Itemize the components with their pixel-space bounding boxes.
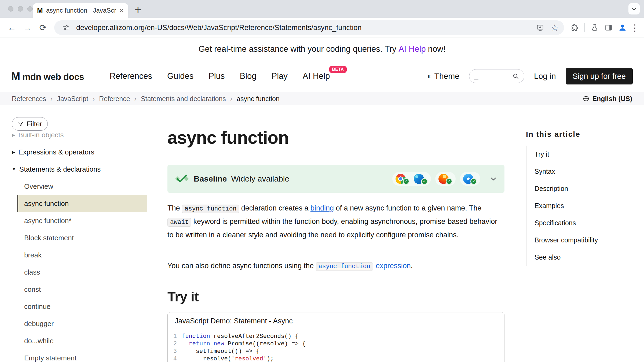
mdn-logo-text: mdn web docs [22,72,84,82]
new-tab-button[interactable]: + [135,4,141,16]
forward-button[interactable]: → [20,21,34,35]
language-label: English (US) [592,95,632,103]
baseline-expand-chevron[interactable] [489,175,497,183]
browser-group-chromium: ✓ ✓ [392,172,431,186]
sidebar-item-block-statement[interactable]: Block statement [17,229,147,246]
signup-button[interactable]: Sign up for free [566,68,633,84]
code-line: 2 return new Promise((resolve) => { [168,340,504,348]
theme-toggle[interactable]: ◐ Theme [427,72,459,81]
toc-item-specifications[interactable]: Specifications [535,214,644,231]
theme-icon: ◐ [427,72,431,80]
toc-item-see-also[interactable]: See also [535,249,644,266]
browser-tab[interactable]: M async function - JavaScript | × [33,3,128,18]
baseline-check-icon [174,174,189,184]
code-token: return [189,340,210,348]
toc-item-browser-compatibility[interactable]: Browser compatibility [535,231,644,249]
breadcrumb-reference[interactable]: Reference [99,95,130,103]
sidebar-item-async-function[interactable]: async function [17,195,147,212]
close-window-button[interactable] [8,6,13,12]
inline-code: await [167,218,191,227]
interactive-demo: JavaScript Demo: Statement - Async 1func… [167,312,504,362]
breadcrumb-javascript[interactable]: JavaScript [57,95,88,103]
code-token: Promise((resolve) => { [224,340,306,348]
tab-search-button[interactable] [628,3,640,14]
bookmark-star-icon[interactable]: ☆ [551,23,559,33]
breadcrumb-references[interactable]: References [12,95,46,103]
url-text[interactable]: developer.allizom.org/en-US/docs/Web/Jav… [76,24,530,32]
nav-plus[interactable]: Plus [208,71,225,81]
zoom-window-button[interactable] [27,6,33,12]
reload-button[interactable]: ⟳ [36,21,50,35]
tab-strip: M async function - JavaScript | × + [0,0,644,18]
labs-beaker-icon[interactable] [588,21,601,34]
sidebar-item-continue[interactable]: continue [17,298,147,315]
search-input[interactable]: _ [469,69,524,83]
tab-close-icon[interactable]: × [119,6,124,14]
sidebar-section-expressions[interactable]: ▶ Expressions & operators [12,143,150,161]
sidebar-item-built-in-objects[interactable]: ▶ Built-in objects [12,133,150,143]
sidebar-section-statements[interactable]: ▼ Statements & declarations [12,161,150,178]
binding-link[interactable]: binding [310,204,334,212]
paragraph-text: You can also define async functions usin… [167,262,316,270]
login-link[interactable]: Log in [534,72,556,81]
edge-support: ✓ [414,174,428,184]
tab-title: async function - JavaScript | [46,7,116,14]
site-info-icon[interactable] [60,21,72,34]
sidebar-item-const[interactable]: const [17,281,147,298]
extensions-icon[interactable] [568,21,581,34]
page-title: async function [167,127,504,148]
nav-guides[interactable]: Guides [167,71,193,81]
promo-ai-help-link[interactable]: AI Help [398,44,426,54]
sidebar-filter-button[interactable]: Filter [12,117,48,131]
search-icon [512,73,519,80]
language-picker[interactable]: English (US) [583,95,632,103]
browser-toolbar: ← → ⟳ developer.allizom.org/en-US/docs/W… [0,18,644,38]
sidebar-item-do-while[interactable]: do...while [17,332,147,349]
nav-blog[interactable]: Blog [240,71,256,81]
beta-badge: BETA [329,66,346,73]
check-icon: ✓ [470,178,477,185]
expression-paragraph: You can also define async functions usin… [167,260,504,273]
sidebar-item-async-function-star[interactable]: async function* [17,212,147,229]
code-token: 'resolved' [231,355,267,362]
browser-menu-icon[interactable]: ⋮ [630,23,639,33]
main-nav: References Guides Plus Blog Play AI Help… [109,71,330,81]
expression-link[interactable]: expression [376,262,411,270]
address-bar[interactable]: developer.allizom.org/en-US/docs/Web/Jav… [54,20,564,35]
toc-item-try-it[interactable]: Try it [535,146,644,163]
mdn-favicon-icon: M [37,6,43,15]
code-token: setTimeout(() => { [182,348,259,355]
browser-group-firefox: ✓ [435,172,456,186]
nav-references[interactable]: References [109,71,152,81]
sidebar-section-label: Expressions & operators [18,148,94,156]
nav-ai-help[interactable]: AI Help BETA [303,71,330,81]
check-icon: ✓ [446,178,452,185]
sidebar-item-break[interactable]: break [17,246,147,264]
sidebar-item-class[interactable]: class [17,264,147,281]
back-button[interactable]: ← [5,21,19,35]
header-actions: ◐ Theme _ Log in Sign up for free [427,68,633,84]
async-function-expression-code-link[interactable]: async function [316,262,373,271]
sidebar-item-debugger[interactable]: debugger [17,315,147,332]
paragraph-text: . [411,262,413,270]
breadcrumb-separator: › [50,95,53,103]
docs-sidebar: Filter ▶ Built-in objects ▶ Expressions … [0,105,150,362]
side-panel-icon[interactable] [602,21,615,34]
toc-item-examples[interactable]: Examples [535,197,644,214]
breadcrumb-separator: › [93,95,95,103]
toc-item-syntax[interactable]: Syntax [535,163,644,180]
sidebar-item-empty-statement[interactable]: Empty statement [17,349,147,362]
mdn-logo[interactable]: M mdn web docs _ [11,70,92,82]
code-editor[interactable]: 1function resolveAfter2Seconds() { 2 ret… [168,330,504,362]
toc-item-description[interactable]: Description [535,180,644,197]
minimize-window-button[interactable] [18,6,23,12]
sidebar-item-overview[interactable]: Overview [17,178,147,195]
site-header: M mdn web docs _ References Guides Plus … [0,60,644,92]
theme-label: Theme [434,72,459,81]
install-icon[interactable] [534,21,546,34]
profile-avatar[interactable] [616,21,629,34]
mdn-logo-underscore: _ [87,72,92,82]
nav-play[interactable]: Play [272,71,288,81]
breadcrumb-statements[interactable]: Statements and declarations [141,95,226,103]
baseline-banner[interactable]: Baseline Widely available ✓ ✓ [167,165,504,193]
